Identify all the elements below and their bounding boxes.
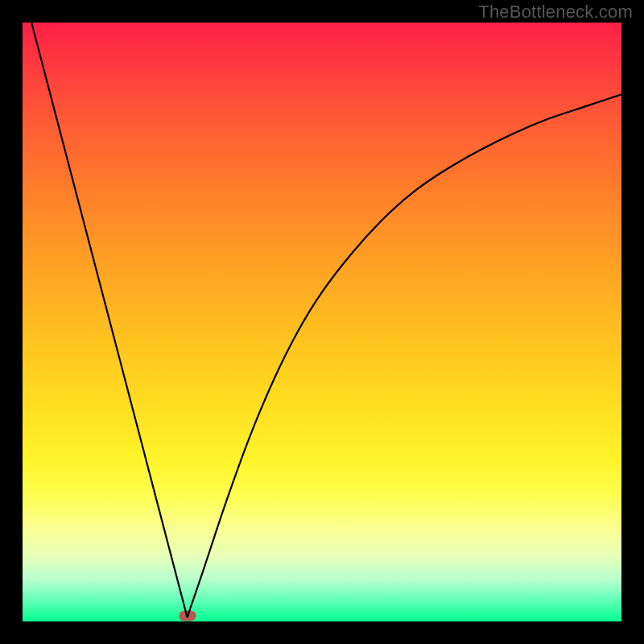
chart-line-svg: [23, 23, 621, 621]
plot-frame: [23, 23, 621, 621]
chart-line-left: [31, 23, 187, 617]
watermark-text: TheBottleneck.com: [478, 2, 633, 23]
chart-line-right: [188, 94, 621, 617]
plot-area: [23, 23, 621, 621]
